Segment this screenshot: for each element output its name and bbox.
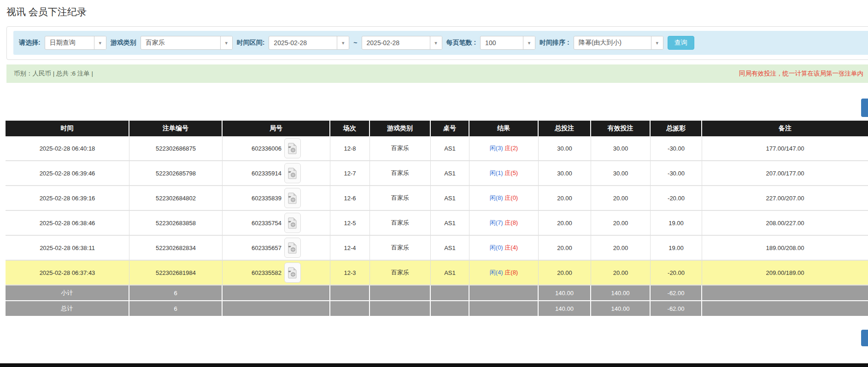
cell-total-bet[interactable]: 30.00 (539, 161, 591, 186)
video-replay-button[interactable] (284, 262, 301, 283)
video-replay-button[interactable] (284, 163, 301, 183)
cell-table-id: AS1 (431, 261, 469, 285)
cell-remark: 189.00/208.00 (702, 236, 868, 261)
result-banker: 庄(4) (504, 244, 518, 251)
cell-payout: 19.00 (651, 211, 702, 236)
chevron-down-icon[interactable]: ▾ (430, 36, 442, 49)
cell-total-bet[interactable]: 20.00 (539, 236, 591, 261)
summary-label: 总计 (6, 301, 129, 317)
page-size-label: 每页笔数 : (446, 39, 476, 47)
column-header: 总投注 (539, 121, 591, 136)
result-banker: 庄(2) (504, 145, 518, 151)
cell-round-id: 602335657 (223, 236, 330, 261)
date-to-value: 2025-02-28 (362, 36, 430, 49)
sort-order-label: 时间排序 : (540, 39, 569, 47)
filter-panel: 请选择: 日期查询 ▾ 游戏类别 百家乐 ▾ 时间区间: 2025-02-28 … (6, 26, 868, 60)
column-header: 游戏类别 (370, 121, 431, 136)
column-header: 总派彩 (651, 121, 702, 136)
chevron-down-icon[interactable]: ▾ (94, 36, 106, 49)
cell-result: 闲(3) 庄(2) (469, 136, 539, 161)
video-replay-button[interactable] (284, 188, 301, 208)
column-header: 时间 (6, 121, 129, 136)
cell-remark: 207.00/177.00 (702, 161, 868, 186)
summary-empty-cell (330, 285, 370, 301)
column-header: 结果 (469, 121, 539, 136)
cell-game-type: 百家乐 (370, 236, 431, 261)
cell-remark: 209.00/189.00 (702, 261, 868, 285)
column-header: 局号 (223, 121, 330, 136)
cell-time: 2025-02-28 06:38:11 (6, 236, 129, 261)
cell-total-bet[interactable]: 20.00 (539, 186, 591, 211)
cell-remark: 227.00/207.00 (702, 186, 868, 211)
summary-row: 小计6140.00140.00-62.00 (6, 285, 868, 301)
summary-count: 6 (129, 301, 223, 317)
date-range-separator: ~ (353, 39, 357, 47)
cell-time: 2025-02-28 06:40:18 (6, 136, 129, 161)
cell-game-type: 百家乐 (370, 261, 431, 285)
column-header: 备注 (702, 121, 868, 136)
clipped-blue-button-top[interactable] (861, 99, 868, 117)
video-replay-button[interactable] (284, 213, 301, 233)
result-banker: 庄(8) (504, 219, 518, 226)
cell-result: 闲(7) 庄(8) (469, 211, 539, 236)
cell-result: 闲(1) 庄(5) (469, 161, 539, 186)
date-from-select[interactable]: 2025-02-28 ▾ (269, 36, 349, 50)
date-range-label: 时间区间: (237, 39, 265, 47)
summary-valid-bet: 140.00 (591, 285, 651, 301)
cell-table-id: AS1 (431, 236, 469, 261)
sort-order-value: 降幂(由大到小) (574, 36, 651, 49)
cell-round-id: 602335582 (223, 261, 330, 285)
page-size-select[interactable]: 100 ▾ (480, 36, 535, 50)
result-player: 闲(3) (490, 145, 503, 151)
summary-empty-cell (370, 285, 431, 301)
video-replay-button[interactable] (284, 238, 301, 258)
chevron-down-icon[interactable]: ▾ (337, 36, 349, 49)
chevron-down-icon[interactable]: ▾ (523, 36, 535, 49)
query-button[interactable]: 查询 (668, 36, 694, 50)
video-record-icon (288, 217, 297, 229)
summary-empty-cell (330, 301, 370, 317)
summary-payout: -62.00 (651, 285, 702, 301)
cell-session: 12-5 (330, 211, 370, 236)
page-title: 视讯 会员下注纪录 (6, 6, 87, 18)
summary-row: 总计6140.00140.00-62.00 (6, 301, 868, 317)
sort-order-select[interactable]: 降幂(由大到小) ▾ (574, 36, 663, 50)
table-row: 2025-02-28 06:38:11522302682834602335657… (6, 236, 868, 261)
query-type-select[interactable]: 日期查询 ▾ (45, 36, 106, 50)
column-header: 有效投注 (591, 121, 651, 136)
summary-total-bet: 140.00 (539, 301, 591, 317)
cell-total-bet[interactable]: 20.00 (539, 261, 591, 285)
round-id-text: 602335582 (252, 269, 282, 276)
game-type-select[interactable]: 百家乐 ▾ (141, 36, 233, 50)
result-banker: 庄(5) (504, 169, 518, 176)
chevron-down-icon[interactable]: ▾ (220, 36, 232, 49)
cell-time: 2025-02-28 06:39:46 (6, 161, 129, 186)
clipped-blue-button-bottom[interactable] (861, 330, 868, 346)
cell-bet-id: 522302681984 (129, 261, 223, 285)
cell-result: 闲(0) 庄(4) (469, 236, 539, 261)
result-banker: 庄(8) (504, 269, 518, 276)
date-to-select[interactable]: 2025-02-28 ▾ (362, 36, 442, 50)
video-replay-button[interactable] (284, 138, 301, 158)
game-type-value: 百家乐 (141, 36, 220, 49)
summary-empty-cell (431, 301, 469, 317)
cell-total-bet[interactable]: 20.00 (539, 211, 591, 236)
summary-empty-cell (431, 285, 469, 301)
cell-table-id: AS1 (431, 186, 469, 211)
cell-time: 2025-02-28 06:37:43 (6, 261, 129, 285)
summary-empty-cell (223, 285, 330, 301)
result-player: 闲(7) (490, 219, 503, 226)
cell-remark: 177.00/147.00 (702, 136, 868, 161)
cell-valid-bet: 20.00 (591, 236, 651, 261)
video-record-icon (288, 192, 297, 204)
cell-payout: 19.00 (651, 236, 702, 261)
round-id-text: 602336006 (252, 145, 282, 152)
cell-payout: -20.00 (651, 186, 702, 211)
table-header-row: 时间注单编号局号场次游戏类别桌号结果总投注有效投注总派彩备注 (6, 121, 868, 136)
cell-valid-bet: 20.00 (591, 261, 651, 285)
cell-total-bet[interactable]: 30.00 (539, 136, 591, 161)
chevron-down-icon[interactable]: ▾ (651, 36, 663, 49)
summary-total-bet: 140.00 (539, 285, 591, 301)
cell-session: 12-7 (330, 161, 370, 186)
round-id-text: 602335657 (252, 245, 282, 251)
